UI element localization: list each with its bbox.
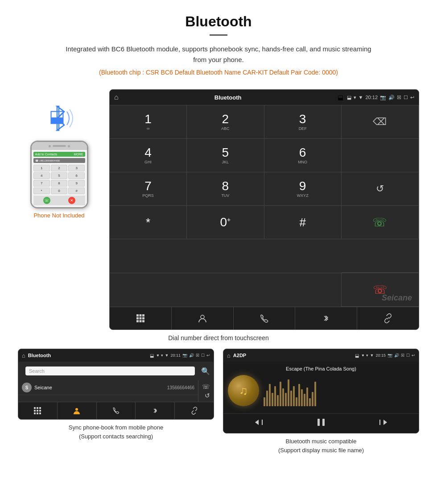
svg-rect-18 xyxy=(39,407,41,409)
music-screen: ⌂ A2DP ⬓ ♥ ▾ ▼ 20:15 📷 🔊 ☒ ☐ ↩ Escape (T… xyxy=(223,349,419,433)
svg-rect-24 xyxy=(39,412,41,414)
dial-key-7[interactable]: 7 PQRS xyxy=(110,172,187,206)
viz-bar-13 xyxy=(296,397,297,406)
dial-key-2[interactable]: 2 ABC xyxy=(187,105,264,139)
pb-nav-contacts[interactable] xyxy=(58,402,97,419)
phone-key-5[interactable]: 5 xyxy=(51,172,67,179)
dial-key-star[interactable]: * xyxy=(110,206,187,239)
pb-search-placeholder: Search xyxy=(29,368,45,374)
music-visualizer xyxy=(264,375,414,406)
close-icon[interactable]: ☒ xyxy=(397,95,401,100)
pb-contact-number: 13566664466 xyxy=(167,385,194,390)
page-title: Bluetooth xyxy=(9,13,428,30)
title-divider xyxy=(210,34,227,36)
pb-loc-icon: ▾ xyxy=(161,353,163,358)
phone-key-1[interactable]: 1 xyxy=(33,165,50,171)
dialpad-bottom-nav xyxy=(110,307,419,329)
phonebook-caption: Sync phone-book from mobile phone (Suppo… xyxy=(69,423,163,441)
phone-key-9[interactable]: 9 xyxy=(68,180,85,187)
pb-nav-link[interactable] xyxy=(175,402,214,419)
phone-key-6[interactable]: 6 xyxy=(68,172,85,179)
music-prev-btn[interactable] xyxy=(254,418,263,429)
phone-key-2[interactable]: 2 xyxy=(51,165,67,171)
nav-contacts-btn[interactable] xyxy=(172,307,234,329)
dialpad-action-left xyxy=(110,273,342,307)
pb-search-bar[interactable]: Search xyxy=(25,367,195,375)
dialpad-action-row: ☏ xyxy=(110,273,419,307)
pb-search-icon[interactable]: 🔍 xyxy=(201,367,210,375)
pb-call-side-icon[interactable]: ☏ xyxy=(200,382,212,391)
phone-key-7[interactable]: 7 xyxy=(33,180,50,187)
phone-key-8[interactable]: 8 xyxy=(51,180,67,187)
svg-rect-29 xyxy=(322,419,325,426)
viz-bar-6 xyxy=(277,395,279,406)
music-sig-icon: ▼ xyxy=(370,353,374,358)
phone-keypad: 1 2 3 4 5 6 7 8 9 * 0 # xyxy=(33,165,85,194)
pb-contact-row[interactable]: S Seicane 13566664466 xyxy=(18,380,198,395)
svg-rect-16 xyxy=(34,407,36,409)
phone-top-bar xyxy=(32,142,87,150)
home-icon[interactable]: ⌂ xyxy=(114,93,119,101)
nav-dialpad-btn[interactable] xyxy=(110,307,172,329)
phone-end-button[interactable]: ✕ xyxy=(68,197,75,204)
usb-icon: ⬓ xyxy=(338,94,343,101)
dial-key-6[interactable]: 6 MNO xyxy=(264,139,342,172)
dial-key-5[interactable]: 5 JKL xyxy=(187,139,264,172)
svg-rect-6 xyxy=(139,314,141,317)
pb-cam-icon: 📷 xyxy=(182,353,187,358)
phone-dot-2 xyxy=(68,145,70,147)
dial-key-8[interactable]: 8 TUV xyxy=(187,172,264,206)
dial-key-1[interactable]: 1 ∞ xyxy=(110,105,187,139)
pb-window-icon: ☐ xyxy=(201,353,205,358)
music-time: 20:15 xyxy=(375,353,386,358)
music-back-icon[interactable]: ↩ xyxy=(412,353,415,358)
dial-key-0[interactable]: 0+ xyxy=(187,206,264,239)
phone-call-button[interactable]: ☏ xyxy=(43,197,50,204)
dial-end-call-button[interactable] xyxy=(342,239,419,273)
pb-sig-icon: ▼ xyxy=(165,353,169,358)
signal-icon: ▼ xyxy=(359,95,363,100)
pb-refresh-side-icon[interactable]: ↺ xyxy=(200,391,212,400)
phone-key-3[interactable]: 3 xyxy=(68,165,85,171)
dial-refresh[interactable]: ↺ xyxy=(342,172,419,206)
time-display: 20:12 xyxy=(365,95,378,100)
pb-nav-calls[interactable] xyxy=(97,402,136,419)
viz-bar-1 xyxy=(264,397,265,406)
dial-call-button[interactable]: ☏ xyxy=(342,206,419,239)
music-home-icon[interactable]: ⌂ xyxy=(227,352,231,359)
phone-bottom-bar: ☏ ✕ xyxy=(33,196,85,205)
music-play-pause-btn[interactable] xyxy=(316,417,326,429)
pb-home-icon[interactable]: ⌂ xyxy=(22,352,25,359)
phone-contact-bar: Add to Contacts MORE xyxy=(33,152,85,157)
music-close-icon[interactable]: ☒ xyxy=(401,353,404,358)
phone-key-0[interactable]: 0 xyxy=(51,187,67,194)
pb-close-icon[interactable]: ☒ xyxy=(196,353,199,358)
viz-bar-2 xyxy=(266,391,268,406)
dial-end-call[interactable]: ☏ xyxy=(342,273,419,307)
music-cam-icon: 📷 xyxy=(388,353,392,358)
phonebook-screen: ⌂ Bluetooth ⬓ ♥ ▾ ▼ 20:11 📷 🔊 ☒ ☐ ↩ xyxy=(18,349,214,420)
nav-bluetooth-btn[interactable] xyxy=(295,307,357,329)
back-icon[interactable]: ↩ xyxy=(410,95,414,100)
phone-key-hash[interactable]: # xyxy=(68,187,85,194)
phone-key-4[interactable]: 4 xyxy=(33,172,50,179)
svg-line-15 xyxy=(387,317,389,319)
svg-rect-5 xyxy=(136,314,139,317)
nav-link-btn[interactable] xyxy=(357,307,419,329)
music-bt-icon: ♥ xyxy=(362,353,364,358)
pb-nav-dialpad[interactable] xyxy=(18,402,58,419)
phone-dot xyxy=(49,145,51,147)
music-next-btn[interactable] xyxy=(379,418,388,429)
dial-key-hash[interactable]: # xyxy=(264,206,342,239)
nav-calls-btn[interactable] xyxy=(234,307,296,329)
dial-backspace[interactable]: ⌫ xyxy=(342,105,419,139)
viz-bar-17 xyxy=(306,387,308,406)
dial-key-4[interactable]: 4 GHI xyxy=(110,139,187,172)
pb-nav-bluetooth[interactable] xyxy=(136,402,175,419)
phone-key-star[interactable]: * xyxy=(33,187,50,194)
pb-back-icon[interactable]: ↩ xyxy=(206,353,210,358)
phone-speaker xyxy=(53,145,66,147)
dial-key-9[interactable]: 9 WXYZ xyxy=(264,172,342,206)
dial-key-3[interactable]: 3 DEF xyxy=(264,105,342,139)
music-status-icons: ♥ ▾ ▼ 20:15 📷 🔊 ☒ ☐ ↩ xyxy=(362,353,415,358)
